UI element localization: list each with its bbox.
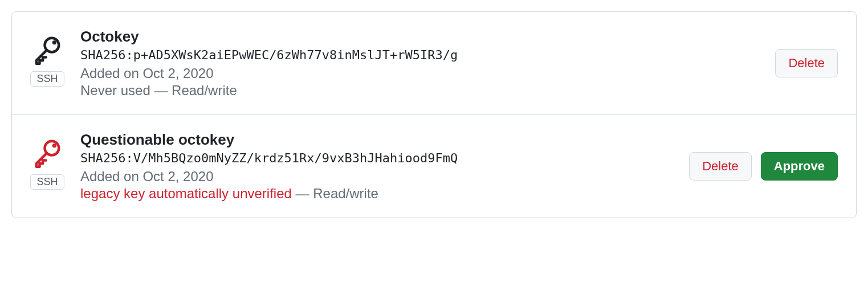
key-info: Questionable octokey SHA256:V/Mh5BQzo0mN… [80, 131, 678, 202]
key-title: Questionable octokey [80, 131, 678, 149]
key-icon-column: SSH [30, 28, 64, 87]
svg-point-1 [54, 42, 55, 43]
status-separator: — [150, 83, 172, 98]
key-icon-column: SSH [30, 131, 64, 190]
approve-button[interactable]: Approve [761, 152, 838, 181]
key-permission: Read/write [172, 83, 237, 98]
key-actions: Delete [775, 49, 838, 78]
key-status-warning: legacy key automatically unverified [80, 186, 292, 201]
key-icon [30, 32, 64, 67]
key-icon [30, 136, 64, 170]
ssh-key-list: SSH Octokey SHA256:p+AD5XWsK2aiEPwWEC/6z… [11, 11, 857, 218]
key-added-date: Added on Oct 2, 2020 [80, 65, 764, 81]
key-permission: Read/write [313, 186, 378, 201]
key-title: Octokey [80, 28, 764, 46]
status-separator: — [292, 186, 313, 201]
key-fingerprint: SHA256:V/Mh5BQzo0mNyZZ/krdz51Rx/9vxB3hJH… [80, 151, 678, 165]
key-type-badge: SSH [30, 71, 64, 87]
key-status-prefix: Never used [80, 83, 150, 98]
delete-button[interactable]: Delete [775, 49, 838, 78]
delete-button[interactable]: Delete [689, 152, 752, 181]
key-fingerprint: SHA256:p+AD5XWsK2aiEPwWEC/6zWh77v8inMslJ… [80, 48, 764, 62]
key-added-date: Added on Oct 2, 2020 [80, 169, 678, 185]
key-info: Octokey SHA256:p+AD5XWsK2aiEPwWEC/6zWh77… [80, 28, 764, 99]
key-actions: Delete Approve [689, 152, 838, 181]
ssh-key-item: SSH Questionable octokey SHA256:V/Mh5BQz… [12, 115, 856, 218]
key-status: legacy key automatically unverified — Re… [80, 186, 678, 202]
key-type-badge: SSH [30, 174, 64, 190]
svg-point-3 [54, 145, 55, 146]
key-status: Never used — Read/write [80, 83, 764, 99]
ssh-key-item: SSH Octokey SHA256:p+AD5XWsK2aiEPwWEC/6z… [12, 12, 856, 115]
